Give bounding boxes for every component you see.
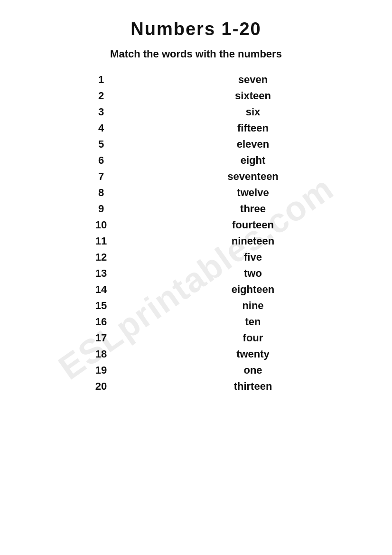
number-cell: 19 bbox=[73, 364, 130, 376]
table-row: 14eighteen bbox=[73, 282, 319, 298]
table-row: 11nineteen bbox=[73, 233, 319, 249]
word-cell: sixteen bbox=[187, 90, 319, 102]
word-cell: ten bbox=[187, 316, 319, 328]
number-cell: 11 bbox=[73, 235, 130, 247]
number-cell: 1 bbox=[73, 74, 130, 86]
table-row: 18twenty bbox=[73, 346, 319, 362]
match-table: 1seven2sixteen3six4fifteen5eleven6eight7… bbox=[73, 72, 319, 395]
word-cell: fourteen bbox=[187, 219, 319, 231]
word-cell: nineteen bbox=[187, 235, 319, 247]
table-row: 12five bbox=[73, 249, 319, 265]
word-cell: five bbox=[187, 251, 319, 263]
word-cell: seven bbox=[187, 74, 319, 86]
number-cell: 6 bbox=[73, 154, 130, 167]
word-cell: fifteen bbox=[187, 122, 319, 134]
number-cell: 2 bbox=[73, 90, 130, 102]
table-row: 15nine bbox=[73, 298, 319, 314]
word-cell: thirteen bbox=[187, 380, 319, 393]
number-cell: 12 bbox=[73, 251, 130, 263]
table-row: 19one bbox=[73, 362, 319, 378]
number-cell: 13 bbox=[73, 267, 130, 280]
number-cell: 20 bbox=[73, 380, 130, 393]
number-cell: 8 bbox=[73, 187, 130, 199]
number-cell: 7 bbox=[73, 170, 130, 183]
number-cell: 14 bbox=[73, 283, 130, 296]
table-row: 4fifteen bbox=[73, 120, 319, 136]
word-cell: four bbox=[187, 332, 319, 344]
table-row: 10fourteen bbox=[73, 217, 319, 233]
word-cell: eight bbox=[187, 154, 319, 167]
table-row: 17four bbox=[73, 330, 319, 346]
number-cell: 18 bbox=[73, 348, 130, 360]
word-cell: twenty bbox=[187, 348, 319, 360]
table-row: 7seventeen bbox=[73, 169, 319, 185]
table-row: 20thirteen bbox=[73, 378, 319, 395]
table-row: 2sixteen bbox=[73, 88, 319, 104]
table-row: 6eight bbox=[73, 152, 319, 169]
number-cell: 4 bbox=[73, 122, 130, 134]
table-row: 13two bbox=[73, 265, 319, 282]
table-row: 3six bbox=[73, 104, 319, 120]
word-cell: eighteen bbox=[187, 283, 319, 296]
number-cell: 16 bbox=[73, 316, 130, 328]
word-cell: two bbox=[187, 267, 319, 280]
number-cell: 9 bbox=[73, 203, 130, 215]
word-cell: seventeen bbox=[187, 170, 319, 183]
table-row: 16ten bbox=[73, 314, 319, 330]
word-cell: three bbox=[187, 203, 319, 215]
number-cell: 10 bbox=[73, 219, 130, 231]
number-cell: 15 bbox=[73, 300, 130, 312]
word-cell: one bbox=[187, 364, 319, 376]
subtitle: Match the words with the numbers bbox=[110, 48, 282, 60]
table-row: 8twelve bbox=[73, 185, 319, 201]
word-cell: nine bbox=[187, 300, 319, 312]
page-title: Numbers 1-20 bbox=[131, 19, 261, 39]
word-cell: six bbox=[187, 106, 319, 118]
number-cell: 5 bbox=[73, 138, 130, 151]
table-row: 1seven bbox=[73, 72, 319, 88]
number-cell: 3 bbox=[73, 106, 130, 118]
word-cell: twelve bbox=[187, 187, 319, 199]
table-row: 9three bbox=[73, 201, 319, 217]
number-cell: 17 bbox=[73, 332, 130, 344]
table-row: 5eleven bbox=[73, 136, 319, 152]
word-cell: eleven bbox=[187, 138, 319, 151]
